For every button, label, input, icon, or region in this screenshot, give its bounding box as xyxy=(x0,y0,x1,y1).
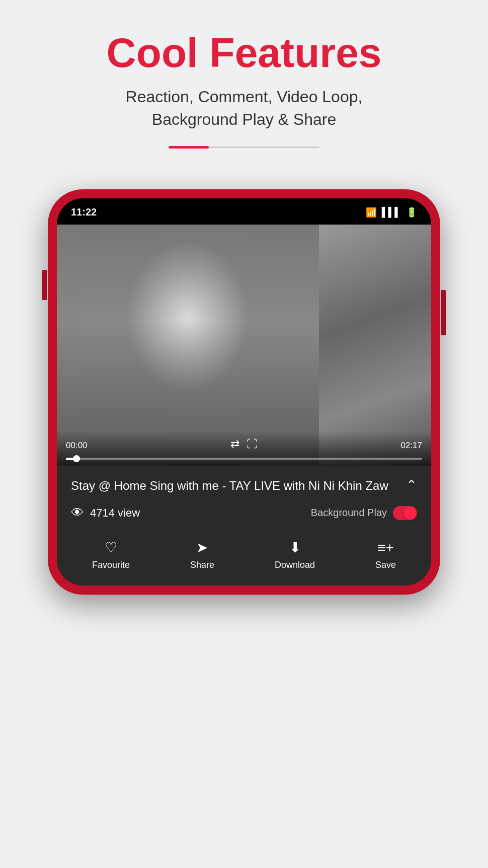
download-action[interactable]: ⬇ Download xyxy=(275,539,315,570)
video-guitar-side xyxy=(319,225,431,466)
time-total: 02:17 xyxy=(400,441,422,451)
progress-bar[interactable] xyxy=(66,458,422,460)
divider-gray xyxy=(209,147,319,148)
eye-icon: 👁 xyxy=(71,505,84,521)
time-display: 00:00 ⇄ ⛶ 02:17 xyxy=(66,438,422,454)
section-divider xyxy=(169,146,319,149)
chevron-up-icon[interactable]: ⌃ xyxy=(406,477,417,493)
phone-mockup: 11:22 📶 ▌▌▌ 🔋 00:00 ⇄ xyxy=(48,189,440,595)
bg-play-label: Background Play xyxy=(311,507,387,519)
page-title: Cool Features xyxy=(107,30,382,76)
favourite-label: Favourite xyxy=(92,560,130,570)
signal-icon: ▌▌▌ xyxy=(382,207,401,218)
favourite-action[interactable]: ♡ Favourite xyxy=(92,539,130,570)
download-icon: ⬇ xyxy=(289,539,301,556)
progress-fill xyxy=(66,458,76,460)
video-controls: 00:00 ⇄ ⛶ 02:17 xyxy=(57,431,431,466)
battery-icon: 🔋 xyxy=(406,207,417,218)
video-thumbnail xyxy=(57,225,319,466)
background-play-toggle[interactable] xyxy=(393,506,417,520)
heart-icon: ♡ xyxy=(105,539,117,556)
status-bar: 11:22 📶 ▌▌▌ 🔋 xyxy=(57,198,431,225)
phone-screen: 11:22 📶 ▌▌▌ 🔋 00:00 ⇄ xyxy=(57,198,431,586)
background-play-section: Background Play xyxy=(311,506,417,520)
progress-dot xyxy=(73,455,80,462)
loop-icon[interactable]: ⇄ xyxy=(230,438,239,451)
status-icons: 📶 ▌▌▌ 🔋 xyxy=(366,207,417,218)
share-icon: ➤ xyxy=(196,539,208,556)
download-label: Download xyxy=(275,560,315,570)
video-title-row: Stay @ Home Sing with me - TAY LIVE with… xyxy=(71,477,417,494)
meta-row: 👁 4714 view Background Play xyxy=(71,505,417,530)
phone-body: 11:22 📶 ▌▌▌ 🔋 00:00 ⇄ xyxy=(48,189,440,595)
info-panel: Stay @ Home Sing with me - TAY LIVE with… xyxy=(57,466,431,530)
video-title: Stay @ Home Sing with me - TAY LIVE with… xyxy=(71,477,406,494)
header-section: Cool Features Reaction, Comment, Video L… xyxy=(0,0,488,189)
save-action[interactable]: ≡+ Save xyxy=(375,540,396,570)
views-count: 4714 view xyxy=(90,507,140,520)
action-bar: ♡ Favourite ➤ Share ⬇ Download ≡+ Save xyxy=(57,530,431,586)
video-player[interactable]: 00:00 ⇄ ⛶ 02:17 xyxy=(57,225,431,466)
video-face xyxy=(57,225,319,466)
save-icon: ≡+ xyxy=(377,540,394,556)
control-icons: ⇄ ⛶ xyxy=(230,438,258,451)
views-section: 👁 4714 view xyxy=(71,505,140,521)
subtitle-text: Reaction, Comment, Video Loop, Backgroun… xyxy=(93,86,395,131)
wifi-icon: 📶 xyxy=(366,207,377,218)
status-time: 11:22 xyxy=(71,206,97,218)
toggle-knob xyxy=(403,507,417,520)
fullscreen-icon[interactable]: ⛶ xyxy=(247,438,258,451)
share-action[interactable]: ➤ Share xyxy=(190,539,214,570)
divider-red xyxy=(169,146,209,149)
save-label: Save xyxy=(375,560,396,570)
time-current: 00:00 xyxy=(66,441,88,451)
share-label: Share xyxy=(190,560,214,570)
